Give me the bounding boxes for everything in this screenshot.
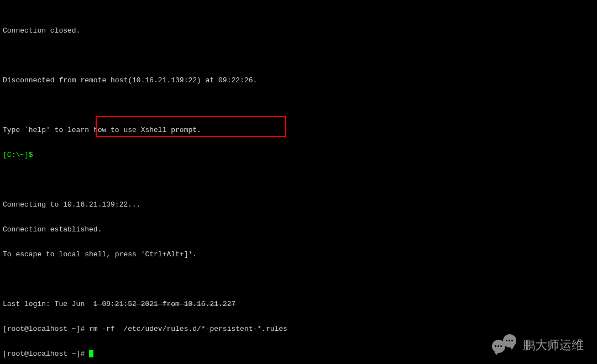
blank-line	[3, 275, 594, 283]
blank-line	[3, 51, 594, 60]
watermark-text: 鹏大师运维	[523, 341, 584, 349]
shell-prompt: [root@localhost ~]#	[3, 325, 89, 333]
output-line: Connection established.	[3, 225, 594, 234]
blank-line	[3, 176, 594, 184]
last-login-line: Last login: Tue Jun 1 09:21:52 2021 from…	[3, 300, 594, 308]
wechat-icon	[492, 334, 517, 355]
terminal-output[interactable]: Connection closed. Disconnected from rem…	[0, 0, 597, 364]
cursor-icon	[89, 350, 93, 357]
output-line: Connection closed.	[3, 27, 594, 35]
watermark: 鹏大师运维	[492, 334, 584, 355]
output-line: Type `help' to learn how to use Xshell p…	[3, 126, 594, 134]
last-login-prefix: Last login: Tue Jun	[3, 300, 93, 308]
blank-line	[3, 101, 594, 109]
shell-prompt: [root@localhost ~]#	[3, 350, 89, 358]
output-line: To escape to local shell, press 'Ctrl+Al…	[3, 250, 594, 259]
command-line: [root@localhost ~]# rm -rf /etc/udev/rul…	[3, 325, 594, 333]
command-text: rm -rf /etc/udev/rules.d/*-persistent-*.…	[89, 325, 287, 333]
output-line: Connecting to 10.16.21.139:22...	[3, 201, 594, 209]
last-login-struck: 1 09:21:52 2021 from 10.16.21.227	[93, 300, 235, 308]
output-line: Disconnected from remote host(10.16.21.1…	[3, 76, 594, 85]
local-prompt-line: [C:\~]$	[3, 151, 594, 159]
local-prompt: [C:\~]$	[3, 151, 37, 159]
